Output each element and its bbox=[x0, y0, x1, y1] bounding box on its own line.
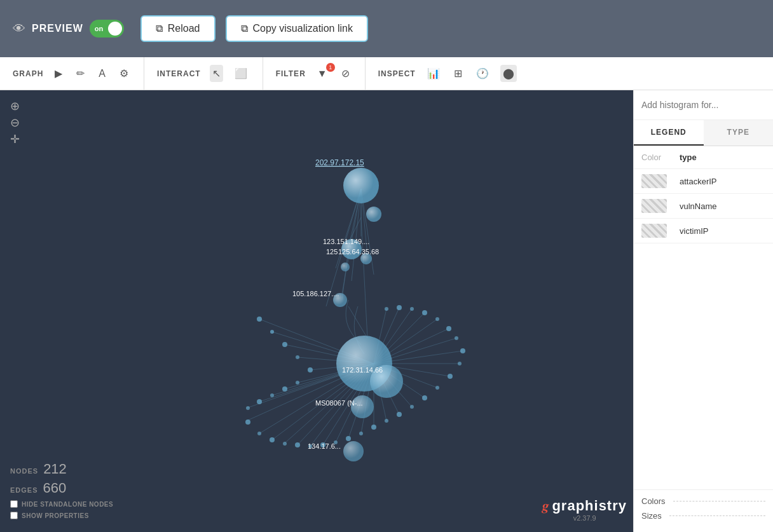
svg-point-68 bbox=[246, 406, 250, 410]
graph-label: GRAPH bbox=[13, 69, 43, 78]
svg-point-70 bbox=[257, 432, 261, 435]
svg-point-58 bbox=[343, 441, 364, 461]
play-icon[interactable]: ▶ bbox=[52, 65, 65, 82]
svg-point-87 bbox=[460, 348, 465, 353]
svg-text:202.97.172.15: 202.97.172.15 bbox=[315, 158, 364, 167]
preview-label: PREVIEW bbox=[32, 23, 83, 34]
copy-icon: ⧉ bbox=[241, 23, 248, 34]
svg-point-82 bbox=[410, 405, 414, 409]
svg-line-16 bbox=[298, 364, 374, 383]
svg-line-9 bbox=[348, 217, 361, 243]
svg-point-74 bbox=[308, 444, 312, 448]
toggle-on-label: on bbox=[95, 25, 103, 32]
show-properties-label: SHOW PROPERTIES bbox=[22, 512, 89, 519]
svg-text:125.64.35.68: 125.64.35.68 bbox=[338, 248, 379, 256]
hide-standalone-checkbox[interactable] bbox=[10, 500, 18, 508]
copy-viz-button[interactable]: ⧉ Copy visualization link bbox=[226, 15, 368, 42]
svg-point-62 bbox=[296, 355, 299, 359]
zoom-out-button[interactable]: ⊖ bbox=[10, 117, 20, 128]
tab-legend[interactable]: LEGEND bbox=[634, 120, 704, 146]
svg-line-47 bbox=[348, 306, 367, 338]
svg-line-29 bbox=[348, 364, 374, 439]
interact-section: INTERACT ↖ ⬜ bbox=[144, 57, 263, 90]
tab-type[interactable]: TYPE bbox=[704, 120, 774, 146]
reload-button[interactable]: ⧉ Reload bbox=[140, 15, 215, 42]
svg-line-18 bbox=[272, 364, 374, 395]
table-icon[interactable]: ⊞ bbox=[451, 65, 465, 82]
svg-point-61 bbox=[282, 342, 287, 347]
preview-toggle[interactable]: on bbox=[90, 20, 124, 38]
svg-line-40 bbox=[374, 338, 456, 364]
svg-point-89 bbox=[446, 326, 451, 331]
svg-point-49 bbox=[343, 168, 379, 203]
svg-line-19 bbox=[259, 364, 374, 402]
svg-point-51 bbox=[341, 239, 362, 259]
zoom-in-button[interactable]: ⊕ bbox=[10, 100, 20, 112]
type-col-header: type bbox=[680, 153, 765, 162]
interact-label: INTERACT bbox=[157, 69, 201, 78]
svg-point-64 bbox=[296, 381, 299, 385]
legend-row-attacker: attackerIP bbox=[634, 169, 773, 194]
sizes-line bbox=[669, 515, 765, 516]
edges-count: 660 bbox=[43, 480, 67, 496]
svg-line-42 bbox=[374, 319, 437, 364]
victim-color-swatch bbox=[641, 224, 667, 238]
cursor-icon[interactable]: ↖ bbox=[210, 65, 223, 82]
show-properties-checkbox[interactable] bbox=[10, 512, 18, 519]
vuln-color-swatch bbox=[641, 199, 667, 213]
circle-icon[interactable]: ⬤ bbox=[500, 65, 517, 82]
svg-point-94 bbox=[385, 307, 388, 311]
right-panel: LEGEND TYPE Color type attackerIP vulnNa… bbox=[633, 90, 773, 532]
svg-line-3 bbox=[336, 189, 361, 268]
svg-line-20 bbox=[247, 364, 374, 408]
svg-point-75 bbox=[320, 442, 325, 447]
svg-line-46 bbox=[374, 309, 386, 364]
svg-point-81 bbox=[397, 412, 402, 417]
zoom-controls: ⊕ ⊖ ✛ bbox=[10, 100, 20, 145]
svg-point-83 bbox=[422, 395, 427, 400]
nodes-count: 212 bbox=[43, 461, 67, 477]
svg-point-79 bbox=[371, 425, 376, 430]
colors-row: Colors bbox=[641, 496, 765, 506]
svg-line-28 bbox=[336, 364, 374, 442]
reload-label: Reload bbox=[168, 23, 200, 34]
legend-row-victim: victimIP bbox=[634, 219, 773, 243]
watermark-version: v2.37.9 bbox=[542, 514, 627, 522]
legend-row-vuln: vulnName bbox=[634, 194, 773, 219]
svg-text:MS08067 (N-...: MS08067 (N-... bbox=[315, 399, 363, 407]
brush-icon[interactable]: ✏ bbox=[74, 65, 87, 82]
text-icon[interactable]: A bbox=[96, 65, 108, 82]
svg-line-5 bbox=[361, 189, 374, 275]
attacker-name: attackerIP bbox=[680, 177, 765, 186]
histogram-icon[interactable]: 📊 bbox=[425, 65, 442, 82]
graph-stats: NODES 212 EDGES 660 HIDE STANDALONE NODE… bbox=[10, 461, 113, 519]
histogram-section bbox=[634, 90, 773, 120]
svg-line-23 bbox=[272, 364, 374, 440]
clock-icon[interactable]: 🕐 bbox=[474, 65, 491, 82]
select-icon[interactable]: ⬜ bbox=[232, 65, 250, 82]
svg-text:125: 125 bbox=[326, 248, 338, 256]
svg-line-27 bbox=[323, 364, 374, 445]
panel-tabs: LEGEND TYPE bbox=[634, 120, 773, 146]
svg-line-15 bbox=[310, 364, 374, 370]
svg-point-63 bbox=[308, 367, 313, 372]
svg-point-80 bbox=[385, 419, 388, 423]
svg-point-56 bbox=[370, 365, 403, 398]
filter-clear-icon[interactable]: ⊘ bbox=[339, 65, 352, 82]
reload-icon: ⧉ bbox=[156, 23, 163, 34]
svg-line-45 bbox=[374, 308, 399, 364]
main-area: ⊕ ⊖ ✛ bbox=[0, 90, 773, 532]
filter-badge-container: ▼ 1 bbox=[315, 68, 330, 79]
watermark: 𝒈 graphistry v2.37.9 bbox=[542, 498, 627, 522]
svg-point-78 bbox=[359, 432, 363, 435]
legend-content: Color type attackerIP vulnName victimIP bbox=[634, 146, 773, 489]
histogram-input[interactable] bbox=[641, 100, 765, 110]
svg-line-35 bbox=[374, 364, 425, 398]
svg-point-85 bbox=[448, 374, 453, 379]
svg-line-10 bbox=[342, 249, 348, 300]
svg-text:134.17.6...: 134.17.6... bbox=[308, 442, 341, 450]
zoom-fit-button[interactable]: ✛ bbox=[10, 133, 20, 145]
graph-canvas[interactable]: ⊕ ⊖ ✛ bbox=[0, 90, 633, 532]
colors-label: Colors bbox=[641, 496, 666, 506]
settings-icon[interactable]: ⚙ bbox=[117, 65, 131, 82]
